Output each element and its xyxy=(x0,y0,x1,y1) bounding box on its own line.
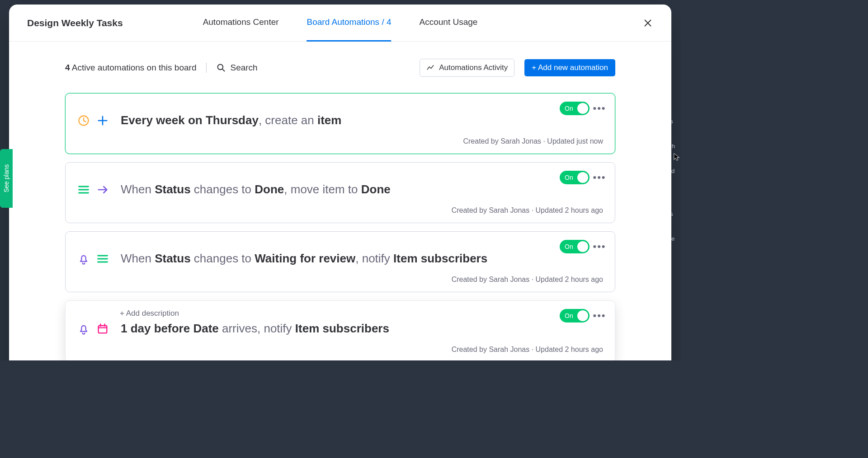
toggle-on[interactable]: On xyxy=(560,171,590,184)
tab-label: Account Usage xyxy=(420,17,478,27)
card-meta: Created by Sarah Jonas · Updated 2 hours… xyxy=(77,206,603,215)
tab-automations-center[interactable]: Automations Center xyxy=(203,5,279,42)
recipe-token: item xyxy=(317,113,341,127)
recipe-token: Date xyxy=(193,322,218,335)
bell-icon xyxy=(77,322,90,335)
activity-icon xyxy=(426,64,434,72)
card-meta: Created by Sarah Jonas · Updated just no… xyxy=(77,137,603,145)
automation-recipe: 1 day before Date arrives, notify Item s… xyxy=(121,321,389,336)
tab-label: Automations Center xyxy=(203,17,279,27)
card-controls: On ••• xyxy=(560,102,605,115)
toggle-label: On xyxy=(565,243,573,250)
card-controls: On ••• xyxy=(560,240,605,253)
recipe-token: 1 day before xyxy=(121,322,193,335)
toggle-knob xyxy=(577,172,588,183)
add-description-label: + Add description xyxy=(120,309,179,318)
plus-icon xyxy=(96,114,109,127)
count-number: 4 xyxy=(65,63,70,72)
card-meta: Created by Sarah Jonas · Updated 2 hours… xyxy=(77,276,603,284)
automation-icons xyxy=(77,183,109,196)
toggle-on[interactable]: On xyxy=(560,240,590,253)
recipe-token: , notify xyxy=(355,252,393,265)
automation-card[interactable]: On ••• + Add description 1 day before Da… xyxy=(65,300,615,360)
card-body: 1 day before Date arrives, notify Item s… xyxy=(77,318,603,336)
page-title: Design Weekly Tasks xyxy=(27,18,123,28)
toolbar: 4 Active automations on this board Searc… xyxy=(9,42,671,77)
search-label: Search xyxy=(230,63,257,73)
automation-card[interactable]: On ••• When Status changes to Done, move… xyxy=(65,162,615,223)
count-label: Active automations on this board xyxy=(70,63,197,72)
calendar-icon xyxy=(96,322,109,335)
see-plans-label: See plans xyxy=(3,164,10,192)
header-tabs: Automations Center Board Automations / 4… xyxy=(203,5,478,42)
tab-board-automations[interactable]: Board Automations / 4 xyxy=(307,5,392,42)
card-menu-button[interactable]: ••• xyxy=(594,310,605,322)
recipe-token: Item subscribers xyxy=(393,252,487,265)
divider xyxy=(206,63,207,73)
card-body: When Status changes to Done, move item t… xyxy=(77,171,603,197)
close-button[interactable] xyxy=(641,16,655,30)
tab-label: Board Automations / 4 xyxy=(307,17,392,27)
automations-list: On ••• Every week on Thursday, create an… xyxy=(9,77,671,360)
clock-icon xyxy=(77,114,90,127)
automation-recipe: When Status changes to Done, move item t… xyxy=(121,182,391,197)
toggle-label: On xyxy=(565,105,573,112)
recipe-token: Every week on Thursday xyxy=(121,113,259,127)
recipe-token: Status xyxy=(155,252,190,265)
arrow-right-icon xyxy=(96,183,109,196)
toggle-knob xyxy=(577,103,588,114)
recipe-token: changes to xyxy=(191,252,255,265)
automation-card[interactable]: On ••• When Status changes to Waiting fo… xyxy=(65,231,615,292)
recipe-token: Item subscribers xyxy=(295,322,389,335)
card-menu-button[interactable]: ••• xyxy=(594,103,605,114)
active-automations-count: 4 Active automations on this board xyxy=(65,63,196,73)
modal-header: Design Weekly Tasks Automations Center B… xyxy=(9,5,671,42)
see-plans-tab[interactable]: See plans xyxy=(0,149,13,208)
automation-recipe: When Status changes to Waiting for revie… xyxy=(121,251,487,266)
automation-icons xyxy=(77,322,109,335)
mouse-cursor-icon xyxy=(673,153,680,161)
close-icon xyxy=(643,18,653,28)
recipe-token: arrives, notify xyxy=(219,322,295,335)
toggle-knob xyxy=(577,241,588,252)
automation-recipe: Every week on Thursday, create an item xyxy=(121,112,341,128)
recipe-token: When xyxy=(121,252,155,265)
toggle-label: On xyxy=(565,312,573,319)
search-icon xyxy=(217,63,226,72)
add-description-button[interactable]: + Add description xyxy=(77,309,603,318)
toggle-on[interactable]: On xyxy=(560,102,590,115)
card-controls: On ••• xyxy=(560,309,605,322)
card-menu-button[interactable]: ••• xyxy=(594,241,605,252)
card-body: When Status changes to Waiting for revie… xyxy=(77,240,603,266)
card-menu-button[interactable]: ••• xyxy=(594,172,605,183)
recipe-token: , create an xyxy=(259,113,317,127)
search-input[interactable]: Search xyxy=(217,63,257,73)
recipe-token: Status xyxy=(155,182,190,196)
status-icon xyxy=(96,252,109,265)
add-automation-button[interactable]: + Add new automation xyxy=(524,59,615,76)
automation-card[interactable]: On ••• Every week on Thursday, create an… xyxy=(65,93,615,154)
recipe-token: When xyxy=(121,182,155,196)
recipe-token: , move item to xyxy=(284,182,361,196)
add-label: + Add new automation xyxy=(532,63,608,72)
automation-icons xyxy=(77,252,109,265)
recipe-token: Done xyxy=(255,182,284,196)
bell-icon xyxy=(77,252,90,265)
recipe-token: Waiting for review xyxy=(255,252,355,265)
svg-rect-2 xyxy=(99,326,107,333)
automations-modal: Design Weekly Tasks Automations Center B… xyxy=(9,5,671,360)
toggle-on[interactable]: On xyxy=(560,309,590,322)
card-meta: Created by Sarah Jonas · Updated 2 hours… xyxy=(77,346,603,354)
automation-icons xyxy=(77,114,109,127)
recipe-token: changes to xyxy=(191,182,255,196)
automations-activity-button[interactable]: Automations Activity xyxy=(420,59,514,77)
activity-label: Automations Activity xyxy=(439,63,508,72)
card-controls: On ••• xyxy=(560,171,605,184)
card-body: Every week on Thursday, create an item xyxy=(77,102,603,128)
toggle-knob xyxy=(577,310,588,321)
status-icon xyxy=(77,183,90,196)
tab-account-usage[interactable]: Account Usage xyxy=(420,5,478,42)
toggle-label: On xyxy=(565,174,573,181)
recipe-token: Done xyxy=(361,182,391,196)
